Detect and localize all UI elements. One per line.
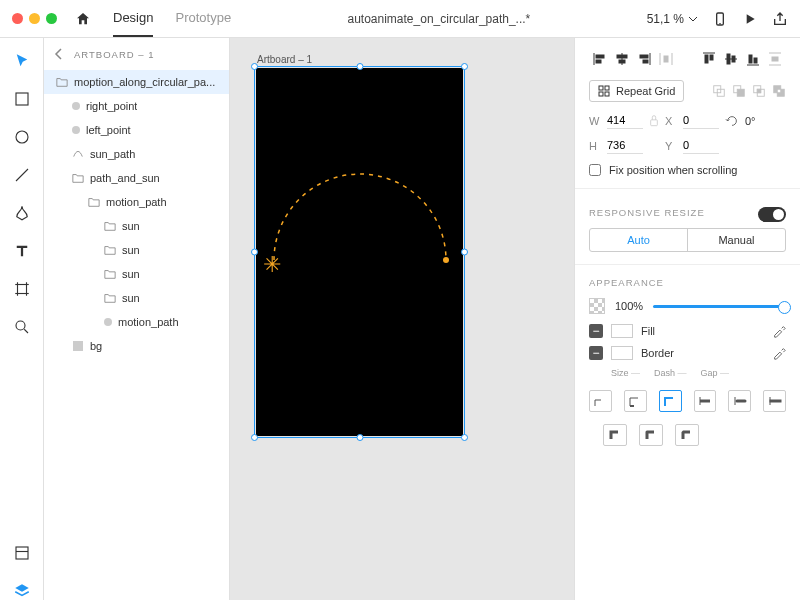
cap-round[interactable] — [728, 390, 751, 412]
x-input[interactable] — [683, 112, 719, 129]
tool-column — [0, 38, 44, 600]
layer-row-bg[interactable]: bg — [44, 334, 229, 358]
canvas[interactable]: Artboard – 1 ✳ — [230, 38, 574, 600]
border-label: Border — [641, 347, 674, 359]
remove-border-button[interactable]: − — [589, 346, 603, 360]
stroke-align-3[interactable] — [659, 390, 682, 412]
svg-rect-46 — [599, 92, 603, 96]
stroke-align-1[interactable] — [589, 390, 612, 412]
join-miter[interactable] — [603, 424, 627, 446]
resize-handle-mr[interactable] — [461, 249, 468, 256]
align-middle-icon[interactable] — [720, 48, 742, 70]
distribute-h-icon[interactable] — [655, 48, 677, 70]
ellipse-tool-icon[interactable] — [13, 128, 31, 146]
resize-handle-ml[interactable] — [251, 249, 258, 256]
play-icon[interactable] — [742, 11, 758, 27]
select-tool-icon[interactable] — [13, 52, 31, 70]
layer-row-motion-path[interactable]: motion_path — [44, 190, 229, 214]
responsive-toggle[interactable] — [758, 207, 786, 222]
join-round[interactable] — [639, 424, 663, 446]
layer-row-moption-along-circular-pa-[interactable]: moption_along_circular_pa... — [44, 70, 229, 94]
boolean-exclude-icon[interactable] — [772, 83, 786, 99]
back-icon[interactable] — [54, 48, 64, 60]
resize-handle-br[interactable] — [461, 434, 468, 441]
align-right-icon[interactable] — [633, 48, 655, 70]
height-input[interactable] — [607, 137, 643, 154]
breadcrumb[interactable]: ARTBOARD – 1 — [74, 49, 154, 60]
layer-row-sun[interactable]: sun — [44, 286, 229, 310]
fill-swatch[interactable] — [611, 324, 633, 338]
align-left-icon[interactable] — [589, 48, 611, 70]
layer-row-sun-path[interactable]: sun_path — [44, 142, 229, 166]
align-bottom-icon[interactable] — [742, 48, 764, 70]
resize-handle-tl[interactable] — [251, 63, 258, 70]
share-icon[interactable] — [772, 11, 788, 27]
layer-row-right-point[interactable]: right_point — [44, 94, 229, 118]
resize-manual-option[interactable]: Manual — [688, 229, 785, 251]
layer-label: sun — [122, 220, 140, 232]
svg-point-14 — [16, 321, 25, 330]
line-tool-icon[interactable] — [13, 166, 31, 184]
tab-design[interactable]: Design — [113, 0, 153, 37]
cap-butt[interactable] — [694, 390, 717, 412]
cap-square[interactable] — [763, 390, 786, 412]
remove-fill-button[interactable]: − — [589, 324, 603, 338]
pen-tool-icon[interactable] — [13, 204, 31, 222]
layer-label: motion_path — [118, 316, 179, 328]
resize-mode-segment[interactable]: Auto Manual — [589, 228, 786, 252]
height-label: H — [589, 140, 601, 152]
resize-handle-tr[interactable] — [461, 63, 468, 70]
y-input[interactable] — [683, 137, 719, 154]
mobile-preview-icon[interactable] — [712, 11, 728, 27]
layers-panel-icon[interactable] — [13, 582, 31, 600]
rotation-value[interactable]: 0° — [745, 115, 756, 127]
zoom-control[interactable]: 51,1 % — [647, 12, 698, 26]
minimize-window-button[interactable] — [29, 13, 40, 24]
boolean-add-icon[interactable] — [712, 83, 726, 99]
svg-line-4 — [16, 169, 28, 181]
layer-row-sun[interactable]: sun — [44, 238, 229, 262]
join-bevel[interactable] — [675, 424, 699, 446]
align-top-icon[interactable] — [698, 48, 720, 70]
maximize-window-button[interactable] — [46, 13, 57, 24]
close-window-button[interactable] — [12, 13, 23, 24]
eyedropper-icon[interactable] — [772, 346, 786, 360]
resize-handle-tm[interactable] — [356, 63, 363, 70]
width-input[interactable] — [607, 112, 643, 129]
rotate-icon[interactable] — [725, 114, 739, 128]
stroke-align-2[interactable] — [624, 390, 647, 412]
repeat-grid-label: Repeat Grid — [616, 85, 675, 97]
layer-row-left-point[interactable]: left_point — [44, 118, 229, 142]
tab-prototype[interactable]: Prototype — [175, 0, 231, 37]
resize-auto-option[interactable]: Auto — [590, 229, 688, 251]
fix-scroll-checkbox[interactable] — [589, 164, 601, 176]
opacity-value[interactable]: 100% — [615, 300, 643, 312]
lock-aspect-icon[interactable] — [649, 114, 659, 127]
layer-row-sun[interactable]: sun — [44, 262, 229, 286]
opacity-slider[interactable] — [653, 305, 786, 308]
zoom-tool-icon[interactable] — [13, 318, 31, 336]
resize-handle-bl[interactable] — [251, 434, 258, 441]
repeat-grid-button[interactable]: Repeat Grid — [589, 80, 684, 102]
layer-row-sun[interactable]: sun — [44, 214, 229, 238]
rectangle-tool-icon[interactable] — [13, 90, 31, 108]
layer-row-motion-path[interactable]: motion_path — [44, 310, 229, 334]
svg-rect-44 — [599, 86, 603, 90]
eyedropper-icon[interactable] — [772, 324, 786, 338]
artboard-tool-icon[interactable] — [13, 280, 31, 298]
svg-rect-45 — [605, 86, 609, 90]
distribute-v-icon[interactable] — [764, 48, 786, 70]
layer-label: sun — [122, 244, 140, 256]
layer-row-path-and-sun[interactable]: path_and_sun — [44, 166, 229, 190]
border-swatch[interactable] — [611, 346, 633, 360]
assets-panel-icon[interactable] — [13, 544, 31, 562]
selection-bounds — [254, 66, 465, 438]
artboard-label[interactable]: Artboard – 1 — [257, 54, 312, 65]
text-tool-icon[interactable] — [13, 242, 31, 260]
home-icon[interactable] — [75, 11, 91, 27]
boolean-intersect-icon[interactable] — [752, 83, 766, 99]
resize-handle-bm[interactable] — [356, 434, 363, 441]
svg-rect-28 — [643, 60, 648, 63]
boolean-subtract-icon[interactable] — [732, 83, 746, 99]
align-center-h-icon[interactable] — [611, 48, 633, 70]
